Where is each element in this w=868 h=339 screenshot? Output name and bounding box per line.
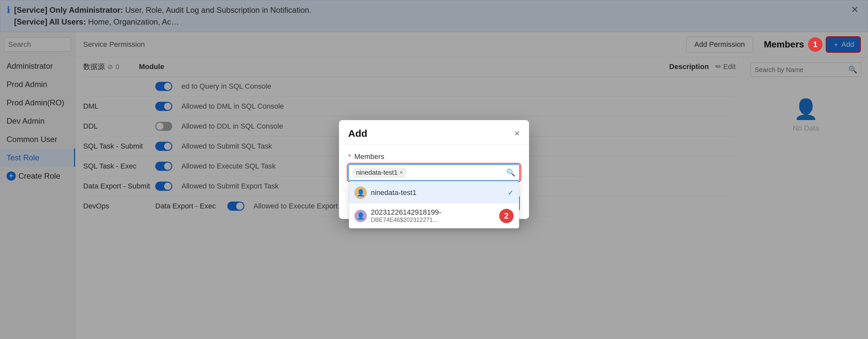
- check-icon: ✓: [508, 189, 514, 197]
- dropdown-item-name-1: 20231226142918199-: [371, 208, 441, 216]
- modal-title: Add: [348, 128, 367, 139]
- dropdown-item-name-0: ninedata-test1: [371, 189, 416, 197]
- modal-body: * Members ninedata-test1 × 🔍 👤 ninedata-…: [339, 145, 529, 190]
- search-icon: 🔍: [506, 169, 515, 177]
- members-input-wrapper[interactable]: ninedata-test1 × 🔍 👤 ninedata-test1 ✓ 👤 …: [348, 164, 520, 181]
- members-field-label: * Members: [348, 152, 520, 161]
- dropdown-item-id-1: DBE74E46$202312271...: [371, 216, 441, 224]
- dropdown-item-0[interactable]: 👤 ninedata-test1 ✓: [349, 182, 519, 204]
- modal-close-button[interactable]: ×: [515, 128, 520, 139]
- dropdown-item-1[interactable]: 👤 20231226142918199- DBE74E46$202312271.…: [349, 204, 519, 228]
- tag-close-button[interactable]: ×: [400, 169, 403, 176]
- badge-1: 1: [808, 37, 823, 52]
- badge-2: 2: [499, 209, 514, 223]
- avatar-0: 👤: [354, 187, 367, 199]
- modal-header: Add ×: [339, 120, 529, 145]
- members-dropdown: 👤 ninedata-test1 ✓ 👤 20231226142918199- …: [349, 181, 519, 228]
- add-modal: Add × * Members ninedata-test1 × 🔍 👤 nin…: [339, 120, 529, 219]
- member-tag: ninedata-test1 ×: [353, 168, 406, 178]
- avatar-1: 👤: [354, 210, 367, 222]
